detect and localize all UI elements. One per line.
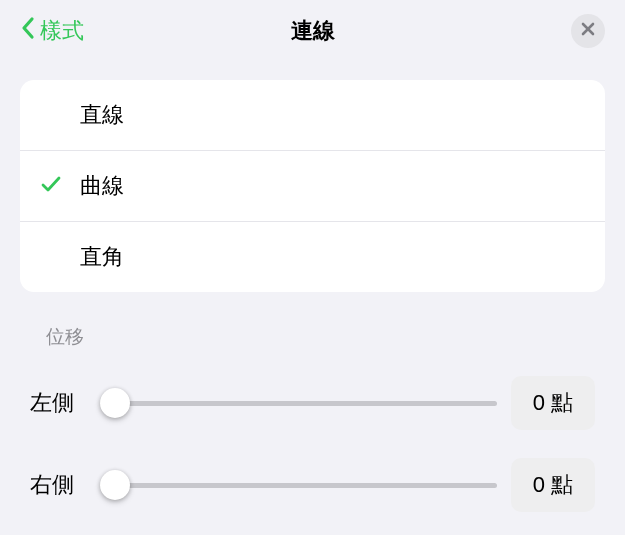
offset-section-header: 位移 — [0, 292, 625, 362]
offset-right-row: 右側 0 點 — [20, 444, 605, 526]
offset-controls: 左側 0 點 右側 0 點 — [20, 362, 605, 526]
header-bar: 樣式 連線 — [0, 0, 625, 62]
offset-left-slider[interactable] — [100, 389, 497, 417]
line-type-option-straight[interactable]: 直線 — [20, 80, 605, 151]
slider-thumb[interactable] — [100, 470, 130, 500]
slider-thumb[interactable] — [100, 388, 130, 418]
offset-right-label: 右側 — [30, 470, 86, 500]
option-label: 直線 — [80, 100, 124, 130]
checkmark-icon — [40, 173, 62, 199]
page-title: 連線 — [291, 16, 335, 46]
close-icon — [581, 22, 595, 40]
offset-left-row: 左側 0 點 — [20, 362, 605, 444]
option-label: 曲線 — [80, 171, 124, 201]
option-label: 直角 — [80, 242, 124, 272]
line-type-list: 直線 曲線 直角 — [20, 80, 605, 292]
line-type-option-right-angle[interactable]: 直角 — [20, 222, 605, 292]
check-slot — [40, 173, 80, 199]
offset-right-slider[interactable] — [100, 471, 497, 499]
slider-track-line — [100, 401, 497, 406]
back-label: 樣式 — [40, 16, 84, 46]
offset-right-value[interactable]: 0 點 — [511, 458, 595, 512]
slider-track-line — [100, 483, 497, 488]
close-button[interactable] — [571, 14, 605, 48]
back-button[interactable]: 樣式 — [20, 16, 84, 46]
offset-left-label: 左側 — [30, 388, 86, 418]
line-type-option-curve[interactable]: 曲線 — [20, 151, 605, 222]
offset-left-value[interactable]: 0 點 — [511, 376, 595, 430]
chevron-left-icon — [20, 16, 36, 46]
